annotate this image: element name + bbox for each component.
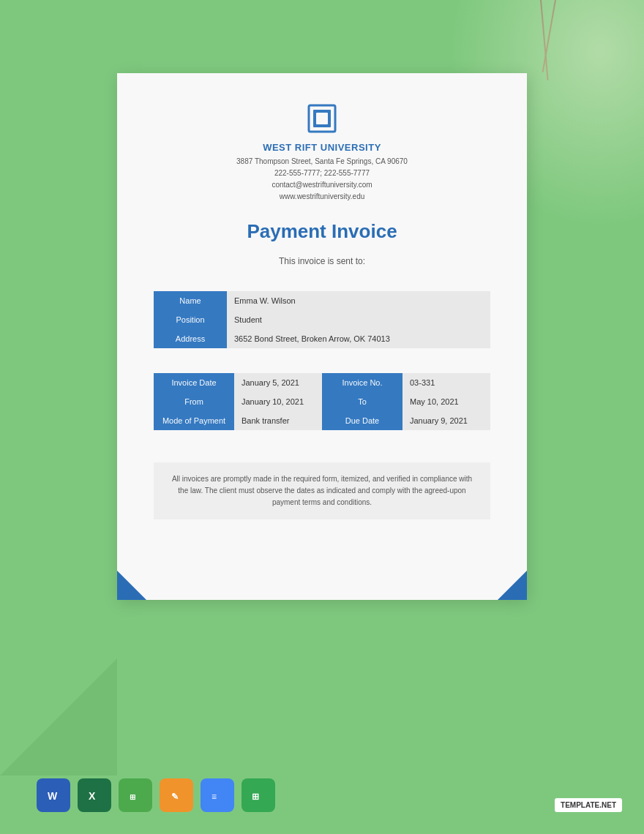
payment-details-table: Invoice Date January 5, 2021 Invoice No.… [154,373,490,430]
position-value: Student [227,310,490,329]
svg-text:≡: ≡ [211,792,217,802]
invoice-no-label: Invoice No. [322,373,402,392]
footer-note: All invoices are promptly made in the re… [154,462,490,519]
due-date-value: January 9, 2021 [402,411,490,430]
name-value: Emma W. Wilson [227,291,490,310]
invoice-no-value: 03-331 [402,373,490,392]
document-header: WEST RIFT UNIVERSITY 3887 Thompson Stree… [154,102,490,203]
invoice-subtitle: This invoice is sent to: [154,256,490,266]
corner-decoration-bottom-right [498,571,527,600]
google-sheets-icon[interactable]: ⊞ [242,778,275,812]
table-row: Invoice Date January 5, 2021 Invoice No.… [154,373,490,392]
svg-text:W: W [48,790,58,802]
from-label: From [154,392,234,411]
svg-text:X: X [89,790,96,802]
pages-icon[interactable]: ✎ [160,778,193,812]
position-label: Position [154,310,227,329]
svg-rect-2 [316,113,328,124]
app-icons-bar: W X ⊞ ✎ ≡ ⊞ [37,778,275,812]
table-row: Mode of Payment Bank transfer Due Date J… [154,411,490,430]
company-logo [306,102,338,135]
address-label: Address [154,329,227,348]
due-date-label: Due Date [322,411,402,430]
svg-rect-7 [126,786,145,805]
company-email: contact@westriftuniversity.com [154,179,490,191]
company-phone: 222-555-7777; 222-555-7777 [154,168,490,179]
to-label: To [322,392,402,411]
invoice-title: Payment Invoice [154,220,490,243]
to-value: May 10, 2021 [402,392,490,411]
name-label: Name [154,291,227,310]
payment-mode-label: Mode of Payment [154,411,234,430]
company-name: WEST RIFT UNIVERSITY [154,142,490,153]
numbers-icon[interactable]: ⊞ [119,778,152,812]
from-value: January 10, 2021 [234,392,322,411]
address-value: 3652 Bond Street, Broken Arrow, OK 74013 [227,329,490,348]
payment-mode-value: Bank transfer [234,411,322,430]
invoice-date-value: January 5, 2021 [234,373,322,392]
google-docs-icon[interactable]: ≡ [201,778,234,812]
table-row: Address 3652 Bond Street, Broken Arrow, … [154,329,490,348]
svg-text:✎: ✎ [171,792,179,802]
company-website: www.westriftuniversity.edu [154,191,490,203]
corner-decoration-bottom-left [117,571,146,600]
company-address: 3887 Thompson Street, Santa Fe Springs, … [154,156,490,168]
svg-rect-11 [208,786,227,805]
svg-text:⊞: ⊞ [130,793,135,801]
template-badge: TEMPLATE.NET [555,798,622,812]
invoice-document: WEST RIFT UNIVERSITY 3887 Thompson Stree… [117,73,527,600]
recipient-table: Name Emma W. Wilson Position Student Add… [154,291,490,348]
table-row: Position Student [154,310,490,329]
svg-text:⊞: ⊞ [252,792,259,802]
bg-decoration-bottom-left [0,658,117,775]
table-row: Name Emma W. Wilson [154,291,490,310]
excel-icon[interactable]: X [78,778,111,812]
invoice-date-label: Invoice Date [154,373,234,392]
table-row: From January 10, 2021 To May 10, 2021 [154,392,490,411]
word-icon[interactable]: W [37,778,70,812]
